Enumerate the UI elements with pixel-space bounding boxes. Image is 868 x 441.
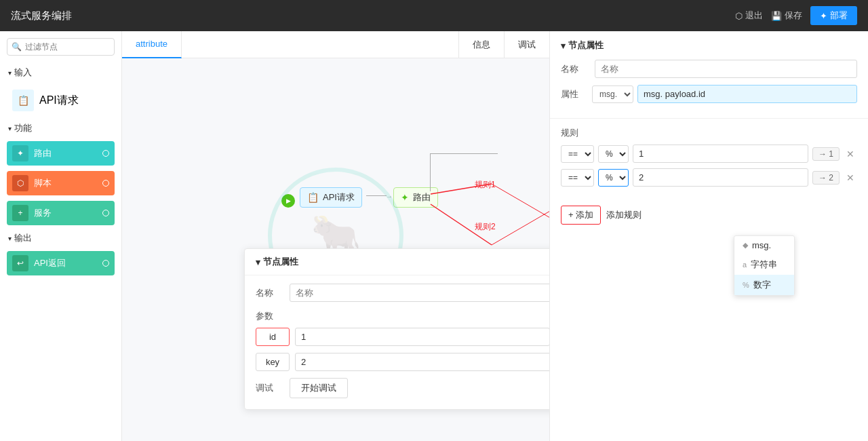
bp-param-key-2[interactable] <box>256 353 290 371</box>
rule-label-text: 规则 <box>561 127 857 139</box>
node-dot <box>102 260 109 267</box>
save-icon: 💾 <box>771 11 782 21</box>
sidebar-item-route[interactable]: ✦ 路由 <box>7 141 115 166</box>
node-dot <box>102 210 109 216</box>
chevron-bp-icon: ▾ <box>256 257 260 267</box>
deploy-icon: ✦ <box>820 11 827 21</box>
flow-api-label: API请求 <box>323 191 355 204</box>
type-dropdown: ◆ msg. a 字符串 % 数字 <box>734 235 795 296</box>
msg-icon: ◆ <box>743 241 748 250</box>
service-icon: + <box>12 205 28 221</box>
chevron-panel-icon: ▾ <box>561 41 566 51</box>
rule-type-select-1[interactable]: % <box>598 145 629 163</box>
rules-section: 规则 == % → 1 ✕ == % <box>550 119 868 200</box>
tab-info[interactable]: 信息 <box>458 31 504 58</box>
search-input[interactable] <box>7 38 115 56</box>
bp-form: 名称 <box>245 275 549 302</box>
rp-name-input[interactable] <box>595 60 857 78</box>
deploy-button[interactable]: ✦ 部署 <box>810 6 857 25</box>
save-button[interactable]: 💾 保存 <box>771 9 802 22</box>
tab-debug[interactable]: 调试 <box>504 31 549 58</box>
rule-close-2[interactable]: ✕ <box>844 171 857 185</box>
route-icon: ✦ <box>12 145 28 161</box>
content-area: attribute 信息 调试 🐂 小牛知识库 XIAO NIU ZHI SHI… <box>122 31 549 441</box>
chevron-input-icon: ▾ <box>8 69 12 77</box>
start-node[interactable]: ▶ <box>281 194 295 208</box>
rule2-label: 规则2 <box>475 221 496 233</box>
main-layout: 🔍 ▾ 输入 📋 API请求 ▾ 功能 ✦ 路由 ⬡ 脚本 + <box>0 31 868 441</box>
connector-1 <box>366 195 387 196</box>
string-icon: a <box>743 261 747 269</box>
sidebar: 🔍 ▾ 输入 📋 API请求 ▾ 功能 ✦ 路由 ⬡ 脚本 + <box>0 31 122 441</box>
flow-node-route[interactable]: ✦ 路由 <box>393 187 438 208</box>
logout-button[interactable]: ⬡ 退出 <box>735 9 763 22</box>
canvas: 🐂 小牛知识库 XIAO NIU ZHI SHI KU ▶ 📋 API请求 → … <box>122 58 549 441</box>
api-request-icon: 📋 <box>12 90 34 111</box>
rule-type-select-2[interactable]: % <box>598 169 629 187</box>
header: 流式服务编排 ⬡ 退出 💾 保存 ✦ 部署 <box>0 0 868 31</box>
number-icon: % <box>743 281 749 289</box>
dropdown-item-msg[interactable]: ◆ msg. <box>734 236 794 254</box>
bp-param-val-2[interactable] <box>295 353 549 371</box>
flow-api-icon: 📋 <box>307 192 319 203</box>
search-box: 🔍 <box>7 38 115 56</box>
sidebar-item-script[interactable]: ⬡ 脚本 <box>7 171 115 195</box>
tab-attribute[interactable]: attribute <box>122 31 182 58</box>
bp-param-val-1[interactable] <box>295 328 549 346</box>
panel-node-props: ▾ 节点属性 名称 属性 msg. <box>550 31 868 119</box>
sidebar-item-api-return[interactable]: ↩ API返回 <box>7 251 115 275</box>
connector-vertical <box>430 153 431 191</box>
flow-route-icon: ✦ <box>401 192 409 203</box>
section-output[interactable]: ▾ 输出 <box>0 228 121 248</box>
rule1-label: 规则1 <box>475 179 496 191</box>
connector-horizontal <box>430 153 498 154</box>
rule-row-2: == % → 2 ✕ <box>561 168 857 187</box>
rule-tag-1: → 1 <box>812 147 840 161</box>
rule-operator-select-1[interactable]: == <box>561 145 594 163</box>
bottom-panel: ▾ 节点属性 名称 参数 数字 <box>244 248 549 410</box>
sidebar-item-api-request[interactable]: 📋 API请求 <box>7 85 115 115</box>
section-input[interactable]: ▾ 输入 <box>0 62 121 83</box>
header-actions: ⬡ 退出 💾 保存 ✦ 部署 <box>735 6 857 25</box>
rule-value-input-2[interactable] <box>633 168 808 187</box>
panel-section-title: ▾ 节点属性 <box>561 39 857 52</box>
rule-close-1[interactable]: ✕ <box>844 147 857 161</box>
rp-attr-row: 属性 msg. <box>561 85 857 103</box>
bp-param-row-1: 数字 <box>256 328 549 346</box>
svg-line-3 <box>492 184 549 245</box>
rule-value-input-1[interactable] <box>633 145 808 163</box>
bp-param-row-2 <box>256 353 549 371</box>
arrow-1: → <box>386 193 393 200</box>
rule-operator-select-2[interactable]: == <box>561 169 594 187</box>
svg-line-2 <box>492 184 549 245</box>
section-function[interactable]: ▾ 功能 <box>0 118 121 138</box>
sidebar-item-label: API请求 <box>39 94 79 108</box>
chevron-function-icon: ▾ <box>8 125 12 132</box>
flow-node-api-request[interactable]: 📋 API请求 <box>300 187 362 208</box>
tabs-bar: attribute 信息 调试 <box>122 31 549 58</box>
app-title: 流式服务编排 <box>11 9 72 22</box>
bp-name-input[interactable] <box>290 284 549 302</box>
debug-start-button[interactable]: 开始调试 <box>290 378 348 398</box>
dropdown-item-string[interactable]: a 字符串 <box>734 254 794 275</box>
node-dot <box>102 150 109 157</box>
bp-name-row: 名称 <box>256 284 549 302</box>
rp-attr-input[interactable] <box>637 85 857 103</box>
dropdown-item-number[interactable]: % 数字 <box>734 275 794 295</box>
rp-attr-type-select[interactable]: msg. <box>592 85 633 103</box>
api-return-icon: ↩ <box>12 255 28 271</box>
chevron-output-icon: ▾ <box>8 235 12 242</box>
bp-param-key-1[interactable] <box>256 328 290 346</box>
search-icon: 🔍 <box>12 42 22 52</box>
flow-route-label: 路由 <box>413 191 431 204</box>
right-panel: ▾ 节点属性 名称 属性 msg. 规则 == <box>549 31 868 441</box>
rule-row-1: == % → 1 ✕ <box>561 145 857 163</box>
bp-section-title: ▾ 节点属性 <box>245 249 549 275</box>
logout-icon: ⬡ <box>735 11 743 21</box>
rp-name-row: 名称 <box>561 60 857 78</box>
bp-debug-row: 调试 开始调试 <box>256 378 549 398</box>
rule-tag-2: → 2 <box>812 171 840 185</box>
script-icon: ⬡ <box>12 175 28 191</box>
sidebar-item-service[interactable]: + 服务 <box>7 201 115 225</box>
add-rule-button[interactable]: + 添加 <box>561 206 601 225</box>
